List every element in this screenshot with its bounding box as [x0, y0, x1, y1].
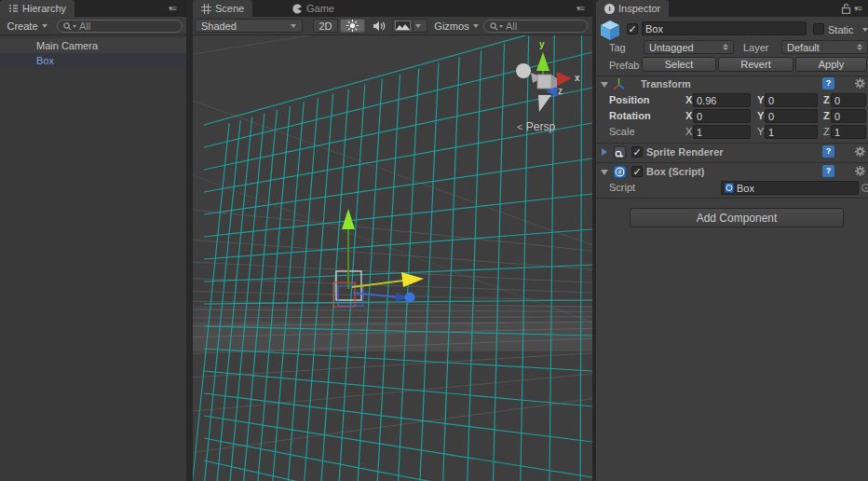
gameobject-cube-icon	[599, 19, 621, 42]
static-caret-icon[interactable]	[862, 28, 868, 32]
scale-x-field[interactable]: 1	[693, 125, 751, 139]
box-script-header[interactable]: # ✓ Box (Script) ?	[596, 164, 868, 180]
persp-label[interactable]: < Persp	[517, 120, 555, 133]
scene-search-text: All	[506, 21, 517, 32]
move-gizmo[interactable]	[314, 194, 444, 315]
tag-dropdown[interactable]: Untagged	[644, 40, 734, 54]
inspector-tabstrip: i Inspector ▾≡	[596, 0, 868, 17]
prefab-select-button[interactable]: Select	[642, 57, 716, 72]
gizmos-dropdown[interactable]: Gizmos	[432, 19, 481, 33]
gizmo-axis-y-label[interactable]: y	[539, 39, 545, 49]
prefab-label: Prefab	[609, 60, 639, 71]
static-checkbox[interactable]	[813, 23, 824, 34]
rotation-x-label: X	[685, 110, 692, 121]
hierarchy-item-box[interactable]: Box	[0, 53, 186, 68]
sprite-renderer-header[interactable]: ✓ Sprite Renderer ?	[596, 144, 868, 160]
image-icon	[395, 21, 411, 31]
search-filter-caret-icon	[499, 25, 503, 28]
transform-gear-icon[interactable]	[854, 77, 866, 89]
rotation-z-field[interactable]: 0	[831, 109, 866, 123]
audio-toggle-button[interactable]	[367, 19, 390, 33]
tab-scene[interactable]: Scene	[193, 0, 252, 17]
position-y-field[interactable]: 0	[765, 93, 818, 107]
transform-foldout-icon[interactable]	[601, 82, 608, 88]
inspector-pane-menu-icon[interactable]: ▾≡	[854, 0, 861, 17]
sprite-renderer-checkbox[interactable]: ✓	[631, 146, 643, 158]
speaker-icon	[373, 21, 386, 32]
hierarchy-panel: Hierarchy ▾≡ Create All Main Camera Box	[0, 0, 186, 481]
hierarchy-tabstrip: Hierarchy ▾≡	[0, 0, 186, 17]
effects-caret-icon	[415, 24, 421, 28]
rotation-y-label: Y	[757, 110, 764, 121]
transform-header[interactable]: Transform ?	[596, 76, 868, 92]
tag-updown-icon	[723, 44, 728, 50]
scale-z-field[interactable]: 1	[831, 125, 866, 139]
name-field[interactable]	[642, 21, 807, 35]
rotation-y-field[interactable]: 0	[765, 109, 818, 123]
search-icon	[490, 22, 498, 31]
layer-updown-icon	[857, 44, 862, 50]
scale-label: Scale	[609, 126, 635, 137]
shaded-dropdown[interactable]: Shaded	[195, 19, 303, 33]
sprite-renderer-help-icon[interactable]: ?	[822, 145, 834, 158]
hierarchy-list-icon	[8, 4, 19, 13]
tab-hierarchy[interactable]: Hierarchy	[0, 0, 75, 17]
position-x-field[interactable]: 0.96	[693, 93, 751, 107]
gizmo-axis-x-label[interactable]: x	[575, 73, 580, 83]
info-icon: i	[604, 4, 615, 14]
position-x-label: X	[685, 94, 692, 105]
box-script-checkbox[interactable]: ✓	[631, 166, 643, 177]
hierarchy-toolbar: Create All	[0, 17, 186, 35]
hierarchy-search-input[interactable]: All	[57, 20, 183, 33]
position-z-field[interactable]: 0	[831, 93, 866, 107]
active-checkbox[interactable]: ✓	[627, 23, 638, 34]
prefab-apply-button[interactable]: Apply	[795, 57, 867, 72]
search-icon	[63, 22, 72, 31]
prefab-revert-button[interactable]: Revert	[718, 57, 793, 72]
effects-toggle-button[interactable]	[392, 19, 427, 33]
transform-axes-icon	[612, 77, 626, 91]
position-z-label: Z	[823, 94, 830, 105]
gizmos-caret-icon	[473, 24, 479, 28]
scale-y-field[interactable]: 1	[765, 125, 818, 139]
hierarchy-pane-menu-icon[interactable]: ▾≡	[169, 0, 176, 17]
scene-pane-menu-icon[interactable]: ▾≡	[576, 0, 584, 17]
script-object-picker-icon[interactable]	[861, 184, 868, 192]
layer-dropdown[interactable]: Default	[781, 40, 868, 54]
scale-y-label: Y	[757, 126, 764, 137]
hierarchy-item-main-camera[interactable]: Main Camera	[0, 38, 186, 53]
lighting-toggle-button[interactable]	[340, 19, 365, 33]
2d-toggle-button[interactable]: 2D	[313, 19, 338, 33]
box-script-help-icon[interactable]: ?	[822, 165, 834, 177]
svg-text:#: #	[618, 169, 622, 175]
box-script-foldout-icon[interactable]	[601, 170, 608, 175]
sprite-renderer-icon	[613, 145, 627, 159]
create-caret-icon	[42, 24, 47, 28]
scene-viewport[interactable]: y x z < Persp	[193, 35, 592, 481]
inspector-panel: i Inspector ▾≡ ✓ Static Tag Untagged Lay…	[596, 0, 868, 481]
tab-inspector[interactable]: i Inspector	[596, 0, 669, 17]
rotation-x-field[interactable]: 0	[693, 109, 751, 123]
add-component-button[interactable]: Add Component	[630, 208, 844, 227]
box-script-gear-icon[interactable]	[854, 165, 866, 177]
rotation-label: Rotation	[609, 110, 651, 121]
create-button[interactable]: Create	[2, 19, 52, 33]
scene-tab-label: Scene	[215, 3, 244, 14]
transform-help-icon[interactable]: ?	[822, 77, 834, 89]
shaded-caret-icon	[291, 24, 296, 28]
scene-panel: Scene Game ▾≡ Shaded 2D	[193, 0, 592, 481]
static-label: Static	[828, 24, 854, 35]
script-object-field[interactable]: Box	[721, 181, 859, 195]
script-icon: #	[613, 165, 627, 179]
scene-grid-icon	[201, 4, 211, 14]
scale-z-label: Z	[823, 126, 830, 137]
layer-label: Layer	[743, 42, 769, 53]
tab-game[interactable]: Game	[284, 0, 343, 17]
sprite-renderer-foldout-icon[interactable]	[602, 148, 607, 156]
lock-icon[interactable]	[841, 3, 851, 14]
scene-search-input[interactable]: All	[483, 20, 588, 33]
sprite-renderer-gear-icon[interactable]	[854, 145, 866, 158]
script-label: Script	[609, 182, 635, 193]
gizmo-axis-z-label[interactable]: z	[558, 86, 563, 96]
scene-tabstrip: Scene Game ▾≡	[193, 0, 592, 17]
